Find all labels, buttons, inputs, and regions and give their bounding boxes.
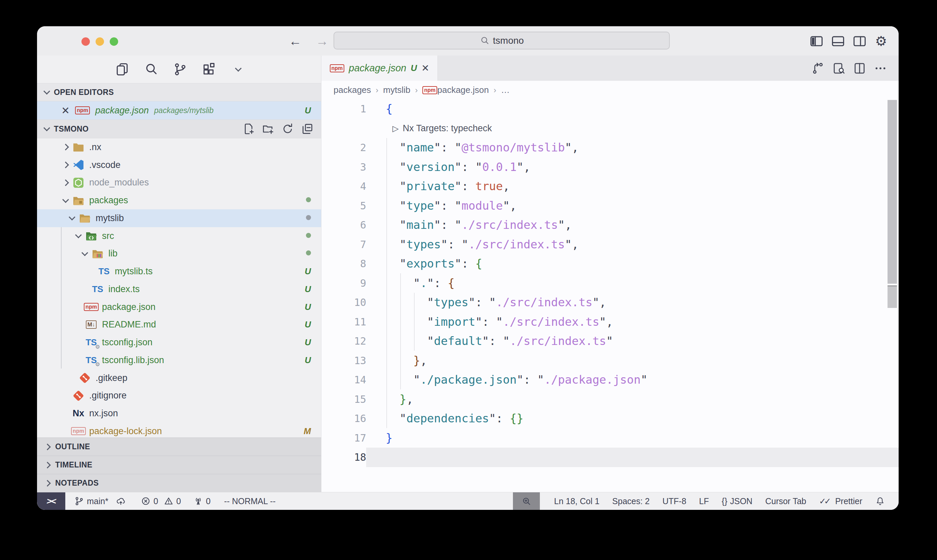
code-line[interactable]: 4 "private": true, bbox=[322, 177, 899, 196]
close-tab-icon[interactable]: ✕ bbox=[422, 63, 429, 74]
chevron-down-icon[interactable] bbox=[72, 234, 85, 238]
more-actions-icon[interactable] bbox=[874, 62, 887, 75]
code-line[interactable]: 15 }, bbox=[322, 390, 899, 409]
code-line[interactable]: 12 "default": "./src/index.ts" bbox=[322, 331, 899, 351]
chevron-down-icon[interactable] bbox=[66, 216, 78, 220]
code-line[interactable]: 9 ".": { bbox=[322, 274, 899, 293]
timeline-section-header[interactable]: TIMELINE bbox=[37, 456, 321, 474]
indentation-indicator[interactable]: Spaces: 2 bbox=[612, 496, 649, 506]
tree-item-index-ts[interactable]: TSindex.tsU bbox=[37, 280, 321, 298]
chevron-right-icon[interactable] bbox=[60, 145, 72, 149]
chevron-right-icon[interactable] bbox=[60, 180, 72, 185]
close-window-button[interactable] bbox=[82, 37, 90, 46]
remote-indicator[interactable]: >< bbox=[37, 492, 65, 510]
tree-item-mytslib[interactable]: mytslib bbox=[37, 209, 321, 227]
code-line[interactable]: 16 "dependencies": {} bbox=[322, 409, 899, 428]
chevron-down-icon[interactable] bbox=[60, 198, 72, 203]
tree-item-label: packages bbox=[89, 195, 128, 206]
settings-gear-icon[interactable]: ⚙ bbox=[874, 34, 889, 48]
language-mode-indicator[interactable]: {} JSON bbox=[722, 496, 752, 506]
code-line[interactable]: 18 bbox=[322, 448, 899, 467]
zoom-indicator[interactable] bbox=[513, 492, 540, 510]
cursor-position-indicator[interactable]: Ln 18, Col 1 bbox=[554, 496, 599, 506]
more-views-chevron-icon[interactable] bbox=[233, 62, 243, 77]
forward-icon[interactable]: → bbox=[316, 35, 328, 48]
source-control-icon[interactable] bbox=[173, 62, 188, 77]
code-line[interactable]: 11 "import": "./src/index.ts", bbox=[322, 312, 899, 332]
close-icon[interactable]: ✕ bbox=[61, 105, 70, 117]
search-view-icon[interactable] bbox=[144, 62, 158, 77]
tree-item-tsconfig-json[interactable]: TS⚙tsconfig.jsonU bbox=[37, 334, 321, 351]
code-line[interactable]: 1{ bbox=[322, 99, 899, 119]
branch-indicator[interactable]: main* bbox=[74, 496, 126, 506]
zoom-window-button[interactable] bbox=[110, 37, 118, 46]
code-line[interactable]: 17} bbox=[322, 428, 899, 448]
code-line[interactable]: 14 "./package.json": "./package.json" bbox=[322, 370, 899, 390]
codelens-row[interactable]: ▷Nx Targets: typecheck bbox=[322, 119, 899, 138]
code-line[interactable]: 8 "exports": { bbox=[322, 254, 899, 274]
formatter-indicator[interactable]: ✓✓ Prettier bbox=[819, 496, 863, 506]
run-triangle-icon[interactable]: ▷ bbox=[392, 124, 398, 133]
search-editor-icon[interactable] bbox=[832, 62, 845, 75]
toggle-secondary-sidebar-icon[interactable] bbox=[852, 34, 867, 48]
code-line[interactable]: 10 "types": "./src/index.ts", bbox=[322, 293, 899, 312]
vim-mode-indicator[interactable]: -- NORMAL -- bbox=[224, 496, 275, 506]
code-editor[interactable]: 1{▷Nx Targets: typecheck2 "name": "@tsmo… bbox=[322, 99, 899, 492]
tree-item--gitkeep[interactable]: .gitkeep bbox=[37, 369, 321, 387]
command-center-search[interactable]: tsmono bbox=[334, 32, 670, 49]
problems-indicator[interactable]: 0 0 bbox=[141, 496, 181, 506]
scrollbar-thumb[interactable] bbox=[888, 100, 897, 284]
notifications-bell-icon[interactable] bbox=[875, 496, 885, 506]
code-line[interactable]: 3 "version": "0.0.1", bbox=[322, 157, 899, 177]
tree-item-readme-md[interactable]: M↓README.mdU bbox=[37, 316, 321, 334]
split-editor-icon[interactable] bbox=[853, 62, 866, 75]
tree-item-src[interactable]: src bbox=[37, 227, 321, 245]
tree-item-node-modules[interactable]: node_modules bbox=[37, 174, 321, 192]
code-indent-guide bbox=[386, 138, 387, 428]
tree-item--gitignore[interactable]: .gitignore bbox=[37, 387, 321, 405]
minimize-window-button[interactable] bbox=[95, 37, 104, 46]
tree-item-mytslib-ts[interactable]: TSmytslib.tsU bbox=[37, 263, 321, 280]
back-icon[interactable]: ← bbox=[289, 35, 302, 48]
toggle-panel-icon[interactable] bbox=[831, 34, 845, 48]
files-icon[interactable] bbox=[115, 62, 129, 77]
tree-item-package-lock-json[interactable]: npmpackage-lock.jsonM bbox=[37, 422, 321, 437]
ports-indicator[interactable]: 0 bbox=[193, 496, 211, 506]
extensions-icon[interactable] bbox=[202, 62, 216, 77]
tree-item--vscode[interactable]: .vscode bbox=[37, 156, 321, 174]
tree-item--nx[interactable]: .nx bbox=[37, 138, 321, 156]
toggle-primary-sidebar-icon[interactable] bbox=[809, 34, 824, 48]
new-folder-icon[interactable] bbox=[262, 123, 275, 135]
open-editor-item[interactable]: ✕ npm package.json packages/mytslib U bbox=[37, 101, 321, 120]
codelens-link[interactable]: ▷Nx Targets: typecheck bbox=[366, 119, 899, 138]
new-file-icon[interactable] bbox=[242, 123, 255, 135]
breadcrumb-item-packages[interactable]: packages bbox=[334, 85, 371, 95]
code-line[interactable]: 6 "main": "./src/index.ts", bbox=[322, 215, 899, 235]
tree-item-tsconfig-lib-json[interactable]: TS⚙tsconfig.lib.jsonU bbox=[37, 351, 321, 369]
eol-indicator[interactable]: LF bbox=[699, 496, 709, 506]
open-editors-header[interactable]: OPEN EDITORS bbox=[37, 83, 321, 101]
outline-section-header[interactable]: OUTLINE bbox=[37, 437, 321, 456]
code-line[interactable]: 13 }, bbox=[322, 351, 899, 371]
breadcrumb-item-mytslib[interactable]: mytslib bbox=[383, 85, 410, 95]
collapse-all-icon[interactable] bbox=[301, 123, 314, 135]
code-line[interactable]: 7 "types": "./src/index.ts", bbox=[322, 235, 899, 254]
breadcrumb-item-more[interactable]: … bbox=[501, 85, 509, 95]
breadcrumb-item-package-json[interactable]: package.json bbox=[437, 85, 489, 95]
cursor-tab-indicator[interactable]: Cursor Tab bbox=[765, 496, 806, 506]
chevron-right-icon[interactable] bbox=[60, 163, 72, 167]
open-changes-icon[interactable] bbox=[811, 62, 825, 75]
tree-item-package-json[interactable]: npmpackage.jsonU bbox=[37, 298, 321, 316]
explorer-section-header[interactable]: TSMONO bbox=[37, 120, 321, 138]
tree-item-lib[interactable]: lib bbox=[37, 245, 321, 263]
chevron-down-icon[interactable] bbox=[79, 251, 91, 256]
tab-package-json[interactable]: npm package.json U ✕ bbox=[322, 55, 438, 81]
code-line[interactable]: 5 "type": "module", bbox=[322, 196, 899, 216]
tree-item-nx-json[interactable]: Nxnx.json bbox=[37, 405, 321, 422]
encoding-indicator[interactable]: UTF-8 bbox=[662, 496, 686, 506]
code-line[interactable]: 2 "name": "@tsmono/mytslib", bbox=[322, 138, 899, 157]
scrollbar-decoration[interactable] bbox=[888, 285, 897, 308]
notepads-section-header[interactable]: NOTEPADS bbox=[37, 474, 321, 492]
refresh-icon[interactable] bbox=[282, 123, 294, 135]
tree-item-packages[interactable]: packages bbox=[37, 191, 321, 209]
